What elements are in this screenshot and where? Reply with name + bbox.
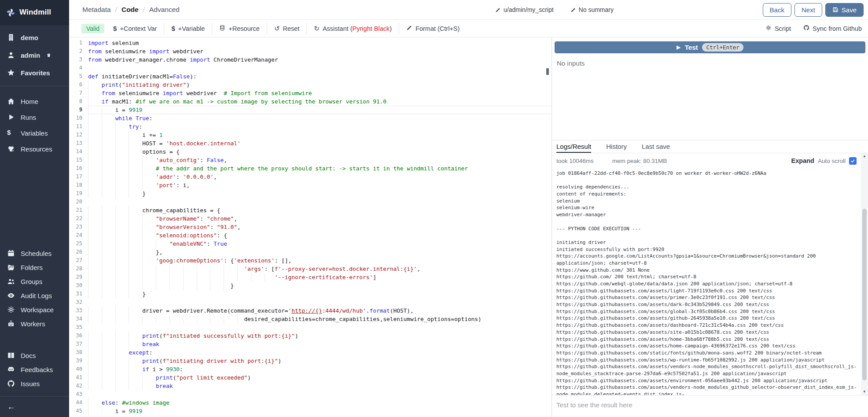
code-line[interactable]: 9 i = 9919 xyxy=(69,106,552,114)
toolbar-button-resource[interactable]: +Resource xyxy=(212,23,267,34)
tab-metadata[interactable]: Metadata xyxy=(82,6,111,14)
toolbar-button-reset[interactable]: ↺Reset xyxy=(267,23,306,34)
sidebar-item-docs[interactable]: Docs xyxy=(0,348,69,362)
code-line[interactable]: 32 xyxy=(69,298,552,306)
sidebar-item-folders[interactable]: Folders xyxy=(0,260,69,274)
code-line[interactable]: 4 xyxy=(69,64,552,72)
next-button[interactable]: Next xyxy=(794,3,822,17)
code-line[interactable]: 31 } xyxy=(69,290,552,298)
code-line[interactable]: 40 if i > 9930: xyxy=(69,365,552,373)
code-line[interactable]: 1import selenium xyxy=(69,39,552,47)
code-line[interactable]: 30 } xyxy=(69,281,552,290)
code-line[interactable]: 36 print(f"initiated successfully with p… xyxy=(69,332,552,340)
code-line[interactable]: 15 'auto_config': False, xyxy=(69,156,552,164)
script-summary[interactable]: No summary xyxy=(570,6,614,13)
code-line[interactable]: 10 while True: xyxy=(69,114,552,122)
code-line[interactable]: 23 "browserVersion": "91.0", xyxy=(69,223,552,231)
code-line[interactable]: 24 "selenoid:options": { xyxy=(69,231,552,240)
code-line[interactable]: 22 "browserName": "chrome", xyxy=(69,214,552,223)
code-line[interactable]: 11 try: xyxy=(69,122,552,131)
scrollbar-thumb[interactable] xyxy=(862,209,867,380)
toolbar-button-context-var[interactable]: $+Context Var xyxy=(106,23,164,34)
test-button[interactable]: ▶ Test Ctrl+Enter xyxy=(555,41,865,53)
scroll-down-arrow[interactable]: ▼ xyxy=(863,389,866,395)
code-line[interactable]: 34 desired_capabilities=chrome_capabilit… xyxy=(69,315,552,323)
code-line[interactable]: 43 xyxy=(69,390,552,399)
code-line[interactable]: 39 print(f"initiating driver with port:{… xyxy=(69,357,552,365)
script-path-label: u/admin/my_script xyxy=(504,6,554,13)
code-line[interactable]: 12 i += 1 xyxy=(69,131,552,139)
code-line[interactable]: 20 xyxy=(69,198,552,206)
tab-code[interactable]: Code xyxy=(121,6,139,14)
code-line[interactable]: 26 }, xyxy=(69,248,552,256)
sidebar-item-demo[interactable]: demo xyxy=(0,29,69,46)
scroll-up-arrow[interactable]: ▲ xyxy=(863,153,866,159)
sidebar-item-home[interactable]: Home xyxy=(0,93,69,109)
sidebar-item-feedbacks[interactable]: Feedbacks xyxy=(0,362,69,376)
code-line[interactable]: 27 'goog:chromeOptions': {'extensions': … xyxy=(69,256,552,265)
sidebar-collapse-button[interactable]: ← xyxy=(0,397,69,417)
sidebar-item-favorites[interactable]: Favorites xyxy=(0,64,69,81)
code-line[interactable]: 29 '--ignore-certificate-errors'] xyxy=(69,273,552,281)
code-line[interactable]: 17 'addr': '0.0.0.0', xyxy=(69,173,552,181)
toolbar-button-script[interactable]: Script xyxy=(765,23,791,34)
code-line[interactable]: 21 chrome_capabilities = { xyxy=(69,206,552,214)
line-number: 28 xyxy=(69,265,82,273)
windmill-logo[interactable]: Windmill xyxy=(0,0,69,25)
toolbar-button-assistant-pyright-black[interactable]: ↻Assistant (Pyright Black) xyxy=(306,23,399,34)
code-line[interactable]: 42 break xyxy=(69,382,552,390)
autoscroll-checkbox[interactable] xyxy=(849,157,857,165)
line-number: 25 xyxy=(69,240,82,248)
sidebar-item-label: Variables xyxy=(21,129,48,137)
code-line[interactable]: 28 'args': [f'--proxy-server=host.docker… xyxy=(69,265,552,273)
sidebar-item-audit-logs[interactable]: Audit Logs xyxy=(0,288,69,303)
expand-button[interactable]: Expand xyxy=(791,157,814,164)
sidebar-item-workers[interactable]: Workers xyxy=(0,317,69,331)
sidebar-item-variables[interactable]: $Variables xyxy=(0,125,69,141)
code-editor[interactable]: 1import selenium2from seleniumwire impor… xyxy=(69,37,552,417)
code-line[interactable]: 7 from seleniumwire import webdriver # I… xyxy=(69,89,552,97)
code-line[interactable]: 13 HOST = 'host.docker.internal' xyxy=(69,139,552,148)
folder-icon xyxy=(7,263,15,271)
code-line[interactable]: 33 driver = webdriver.Remote(command_exe… xyxy=(69,306,552,315)
sidebar-item-runs[interactable]: Runs xyxy=(0,109,69,125)
tab-history[interactable]: History xyxy=(606,140,627,153)
code-line[interactable]: 35 xyxy=(69,323,552,332)
sidebar-item-issues[interactable]: Issues xyxy=(0,376,69,391)
code-line[interactable]: 2from seleniumwire import webdriver xyxy=(69,47,552,55)
tab-advanced[interactable]: Advanced xyxy=(149,6,180,14)
code-line[interactable]: 41 print("port limit exceeded") xyxy=(69,373,552,382)
toolbar-button-format-ctrl-s[interactable]: Format (Ctrl+S) xyxy=(399,23,467,34)
tab-last-save[interactable]: Last save xyxy=(642,140,670,153)
toolbar-button-variable[interactable]: $+Variable xyxy=(164,23,212,34)
code-line[interactable]: 8 if macM1: #if we are on mac m1 -> cust… xyxy=(69,97,552,106)
save-button[interactable]: Save xyxy=(825,3,864,17)
code-line[interactable]: 45 i = 9919 xyxy=(69,407,552,415)
code-line[interactable]: 18 'port': i, xyxy=(69,181,552,189)
toolbar-button-sync-from-github[interactable]: Sync from Github xyxy=(803,23,862,34)
code-line[interactable]: 14 options = { xyxy=(69,148,552,156)
back-button[interactable]: Back xyxy=(763,3,791,17)
code-line[interactable]: 37 break xyxy=(69,340,552,348)
code-line[interactable]: 38 except: xyxy=(69,348,552,357)
code-line[interactable]: 25 "enableVNC": True xyxy=(69,240,552,248)
code-line[interactable]: 6 print("initiating driver") xyxy=(69,81,552,89)
code-line[interactable]: 19 } xyxy=(69,189,552,198)
script-path[interactable]: u/admin/my_script xyxy=(495,6,554,13)
sidebar-item-resources[interactable]: Resources xyxy=(0,141,69,157)
code-line[interactable]: 5def initiateDriver(macM1=False): xyxy=(69,72,552,81)
sidebar-item-schedules[interactable]: Schedules xyxy=(0,246,69,260)
sidebar-item-label: Folders xyxy=(21,264,43,271)
sidebar-item-groups[interactable]: Groups xyxy=(0,274,69,288)
code-line[interactable]: 3from webdriver_manager.chrome import Ch… xyxy=(69,55,552,64)
toolbar-button-label: +Resource xyxy=(228,25,260,32)
code-line[interactable]: 16 # the addr and the port where the pro… xyxy=(69,164,552,173)
tab-logs-result[interactable]: Logs/Result xyxy=(556,140,591,153)
github-icon xyxy=(7,380,15,387)
sidebar-item-workspace[interactable]: Workspace xyxy=(0,303,69,317)
sidebar-item-admin[interactable]: admin♛ xyxy=(0,46,69,64)
line-number: 27 xyxy=(69,256,82,265)
code-line-text: i += 1 xyxy=(88,131,163,139)
home-icon xyxy=(7,97,15,105)
code-line[interactable]: 44 else: #windows image xyxy=(69,399,552,407)
